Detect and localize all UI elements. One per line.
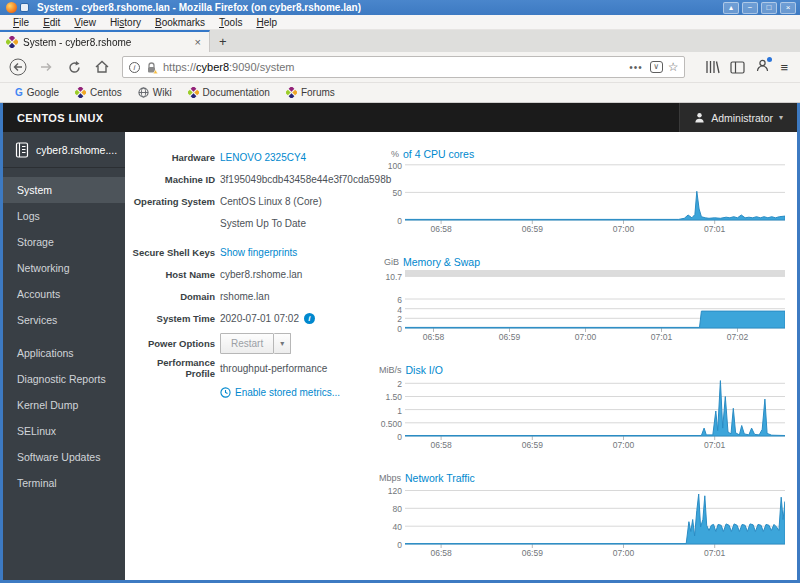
tab-system[interactable]: System - cyber8.rshome × [0, 30, 210, 52]
sidebar-item-terminal[interactable]: Terminal [3, 470, 125, 496]
y-tick-label: 100 [388, 161, 402, 171]
bookmark-wiki[interactable]: Wiki [131, 86, 179, 99]
memory-y-axis: 10.76420 [379, 270, 405, 328]
x-tick-label: 06:59 [522, 440, 543, 450]
menu-history[interactable]: History [103, 17, 148, 28]
shade-button[interactable]: ▴ [723, 2, 739, 14]
back-button[interactable] [6, 55, 30, 79]
x-tick-label: 07:00 [613, 548, 634, 558]
navigation-toolbar: i https://cyber8:9090/system ••• ∨ ☆ ≡ [0, 52, 800, 82]
cpu-plot-area [405, 162, 785, 224]
x-tick-label: 06:58 [423, 332, 444, 342]
pocket-icon[interactable]: ∨ [650, 61, 663, 73]
sidebar-item-storage[interactable]: Storage [3, 229, 125, 255]
system-info: HardwareLENOVO 2325CY4 Machine ID3f19504… [125, 146, 385, 405]
hamburger-menu-icon[interactable]: ≡ [780, 60, 788, 75]
new-tab-button[interactable]: + [210, 30, 236, 52]
network-chart-link[interactable]: Network Traffic [405, 472, 475, 484]
sidebar-item-applications[interactable]: Applications [3, 340, 125, 366]
user-menu[interactable]: Administrator ▾ [679, 103, 797, 132]
y-tick-label: 0 [397, 540, 402, 550]
menu-edit[interactable]: Edit [36, 17, 67, 28]
library-icon[interactable] [705, 60, 720, 74]
cpu-x-axis: 06:5806:5907:0007:01 [405, 224, 785, 236]
hardware-link[interactable]: LENOVO 2325CY4 [220, 152, 306, 163]
y-tick-label: 0 [397, 324, 402, 334]
host-selector[interactable]: cyber8.rshome.... [3, 132, 125, 168]
sidebar-item-selinux[interactable]: SELinux [3, 418, 125, 444]
page-actions-icon[interactable]: ••• [627, 62, 645, 73]
hostname-value: cyber8.rshome.lan [220, 269, 302, 280]
y-tick-label: 10.7 [385, 272, 402, 282]
y-tick-label: 4 [397, 305, 402, 315]
cpu-chart-link[interactable]: of 4 CPU cores [403, 148, 474, 160]
bookmark-documentation[interactable]: Documentation [181, 86, 277, 99]
sidebar-item-kernel-dump[interactable]: Kernel Dump [3, 392, 125, 418]
enable-stored-metrics-link[interactable]: Enable stored metrics... [220, 387, 340, 398]
bookmarks-toolbar: GGoogle Centos Wiki Documentation Forums [0, 82, 800, 103]
maximize-button[interactable]: □ [761, 2, 777, 14]
sidebar-item-networking[interactable]: Networking [3, 255, 125, 281]
menu-help[interactable]: Help [249, 17, 284, 28]
tab-bar: System - cyber8.rshome × + [0, 30, 800, 52]
reload-button[interactable] [62, 55, 86, 79]
minimize-button[interactable]: − [742, 2, 758, 14]
y-tick-label: 120 [388, 486, 402, 496]
menu-tools[interactable]: Tools [212, 17, 249, 28]
show-fingerprints-link[interactable]: Show fingerprints [220, 247, 297, 258]
forward-button[interactable] [34, 55, 58, 79]
machine-id-value: 3f195049bcdb43458e44e3f70cda598b [220, 174, 391, 185]
centos-favicon-icon [188, 87, 199, 98]
sidebar-item-system[interactable]: System [3, 177, 125, 203]
y-tick-label: 40 [393, 522, 402, 532]
y-tick-label: 80 [393, 504, 402, 514]
disk-chart: MiB/sDisk I/O 21.5010.5000 06:5806:5907:… [379, 362, 785, 452]
y-tick-label: 50 [393, 188, 402, 198]
memory-chart-link[interactable]: Memory & Swap [403, 256, 480, 268]
x-tick-label: 06:59 [499, 332, 520, 342]
sidebar-item-software-updates[interactable]: Software Updates [3, 444, 125, 470]
sidebar: cyber8.rshome.... System Logs Storage Ne… [3, 132, 125, 580]
insecure-lock-icon[interactable] [145, 61, 158, 74]
chevron-down-icon: ▾ [779, 113, 783, 122]
power-dropdown-button[interactable]: ▾ [274, 333, 291, 354]
url-bar[interactable]: i https://cyber8:9090/system ••• ∨ ☆ [122, 56, 685, 78]
os-value: CentOS Linux 8 (Core) [220, 196, 322, 207]
home-button[interactable] [90, 55, 114, 79]
sidebar-toggle-icon[interactable] [730, 61, 745, 74]
close-button[interactable]: × [780, 2, 796, 14]
menu-view[interactable]: View [67, 17, 103, 28]
bookmark-forums[interactable]: Forums [279, 86, 342, 99]
disk-chart-link[interactable]: Disk I/O [406, 364, 443, 376]
x-tick-label: 07:01 [704, 224, 725, 234]
bookmark-star-icon[interactable]: ☆ [668, 60, 679, 74]
y-tick-label: 0 [397, 432, 402, 442]
sidebar-item-logs[interactable]: Logs [3, 203, 125, 229]
site-info-icon[interactable]: i [129, 62, 140, 73]
time-info-icon[interactable]: i [304, 313, 315, 324]
menu-bookmarks[interactable]: Bookmarks [148, 17, 212, 28]
memory-plot-area [405, 270, 785, 332]
window-badge-icon [20, 3, 29, 12]
restart-button[interactable]: Restart [220, 333, 274, 354]
y-tick-label: 0.500 [381, 419, 402, 429]
bookmark-google[interactable]: GGoogle [8, 86, 66, 99]
system-time-value: 2020-07-01 07:02 [220, 313, 299, 324]
domain-value: rshome.lan [220, 291, 269, 302]
sidebar-item-diagnostic-reports[interactable]: Diagnostic Reports [3, 366, 125, 392]
menu-file[interactable]: File [6, 17, 36, 28]
bookmark-centos[interactable]: Centos [68, 86, 129, 99]
x-tick-label: 07:01 [704, 440, 725, 450]
y-tick-label: 6 [397, 295, 402, 305]
tab-close-icon[interactable]: × [193, 36, 203, 48]
domain-label: Domain [125, 291, 215, 302]
memory-chart: GiBMemory & Swap 10.76420 06:5806:5907:0… [379, 254, 785, 344]
sidebar-item-services[interactable]: Services [3, 307, 125, 333]
account-icon[interactable] [755, 58, 770, 77]
menu-bar: File Edit View History Bookmarks Tools H… [0, 15, 800, 30]
system-time-label: System Time [125, 313, 215, 324]
centos-favicon-icon [286, 87, 297, 98]
cpu-y-axis: 100500 [379, 162, 405, 220]
sidebar-item-accounts[interactable]: Accounts [3, 281, 125, 307]
y-tick-label: 0 [397, 216, 402, 226]
